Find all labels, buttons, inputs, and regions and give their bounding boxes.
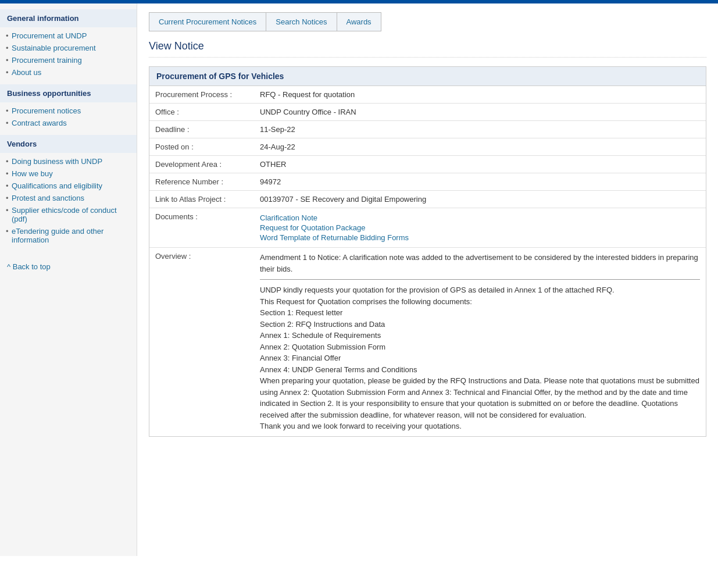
table-row-deadline: Deadline : 11-Sep-22 [149, 121, 706, 138]
divider [260, 279, 700, 280]
procurement-training-link[interactable]: Procurement training [12, 56, 82, 65]
sidebar-item-etendering[interactable]: eTendering guide and other information [0, 225, 137, 246]
field-label-overview: Overview : [149, 248, 254, 436]
field-label-reference-number: Reference Number : [149, 173, 254, 191]
protest-sanctions-link[interactable]: Protest and sanctions [12, 194, 84, 202]
procurement-notices-link[interactable]: Procurement notices [12, 106, 81, 115]
tab-search-notices[interactable]: Search Notices [266, 12, 337, 31]
field-value-deadline: 11-Sep-22 [254, 121, 706, 138]
field-label-deadline: Deadline : [149, 121, 254, 138]
table-row-documents: Documents : Clarification Note Request f… [149, 208, 706, 248]
body-text: UNDP kindly requests your quotation for … [260, 284, 700, 432]
business-links: Procurement notices Contract awards [0, 105, 137, 129]
field-value-overview: Amendment 1 to Notice: A clarification n… [254, 248, 706, 436]
word-template-link[interactable]: Word Template of Returnable Bidding Form… [260, 233, 700, 242]
table-row-office: Office : UNDP Country Office - IRAN [149, 104, 706, 121]
tab-current-procurement[interactable]: Current Procurement Notices [149, 12, 266, 31]
field-value-posted-on: 24-Aug-22 [254, 138, 706, 156]
back-to-top[interactable]: ^ Back to top [0, 258, 137, 276]
notice-title: Procurement of GPS for Vehicles [149, 67, 706, 86]
field-value-procurement-process: RFQ - Request for quotation [254, 86, 706, 104]
table-row-procurement-process: Procurement Process : RFQ - Request for … [149, 86, 706, 104]
table-row-overview: Overview : Amendment 1 to Notice: A clar… [149, 248, 706, 436]
sidebar-item-contract-awards[interactable]: Contract awards [0, 117, 137, 129]
table-row-development-area: Development Area : OTHER [149, 156, 706, 173]
field-label-office: Office : [149, 104, 254, 121]
field-label-posted-on: Posted on : [149, 138, 254, 156]
sidebar-item-procurement-at-undp[interactable]: Procurement at UNDP [0, 30, 137, 42]
field-value-office: UNDP Country Office - IRAN [254, 104, 706, 121]
field-value-reference-number: 94972 [254, 173, 706, 191]
field-value-development-area: OTHER [254, 156, 706, 173]
table-row-reference-number: Reference Number : 94972 [149, 173, 706, 191]
field-label-documents: Documents : [149, 208, 254, 248]
about-us-link[interactable]: About us [12, 68, 41, 77]
qualifications-link[interactable]: Qualifications and eligibility [12, 181, 102, 190]
sidebar-item-protest-sanctions[interactable]: Protest and sanctions [0, 192, 137, 204]
supplier-ethics-link[interactable]: Supplier ethics/code of conduct (pdf) [12, 206, 117, 223]
field-label-atlas-project: Link to Atlas Project : [149, 191, 254, 208]
main-content: Current Procurement Notices Search Notic… [137, 3, 718, 556]
documents-links: Clarification Note Request for Quotation… [260, 213, 700, 242]
sidebar-item-how-we-buy[interactable]: How we buy [0, 168, 137, 180]
field-value-documents: Clarification Note Request for Quotation… [254, 208, 706, 248]
how-we-buy-link[interactable]: How we buy [12, 169, 53, 178]
general-info-section-title: General information [0, 9, 137, 27]
sustainable-procurement-link[interactable]: Sustainable procurement [12, 44, 96, 52]
sidebar-item-doing-business[interactable]: Doing business with UNDP [0, 155, 137, 168]
sidebar: General information Procurement at UNDP … [0, 3, 137, 556]
table-row-posted-on: Posted on : 24-Aug-22 [149, 138, 706, 156]
sidebar-item-procurement-notices[interactable]: Procurement notices [0, 105, 137, 117]
table-row-atlas-project: Link to Atlas Project : 00139707 - SE Re… [149, 191, 706, 208]
tab-awards[interactable]: Awards [337, 12, 381, 31]
field-value-atlas-project: 00139707 - SE Recovery and Digital Empow… [254, 191, 706, 208]
sidebar-item-about-us[interactable]: About us [0, 66, 137, 79]
sidebar-item-procurement-training[interactable]: Procurement training [0, 54, 137, 66]
sidebar-item-qualifications[interactable]: Qualifications and eligibility [0, 180, 137, 192]
tabs: Current Procurement Notices Search Notic… [149, 12, 706, 31]
contract-awards-link[interactable]: Contract awards [12, 119, 67, 127]
overview-text: Amendment 1 to Notice: A clarification n… [260, 252, 700, 275]
clarification-note-link[interactable]: Clarification Note [260, 213, 700, 222]
procurement-at-undp-link[interactable]: Procurement at UNDP [12, 31, 87, 40]
vendors-section-title: Vendors [0, 135, 137, 153]
doing-business-link[interactable]: Doing business with UNDP [12, 157, 102, 166]
business-section-title: Business opportunities [0, 84, 137, 102]
sidebar-item-supplier-ethics[interactable]: Supplier ethics/code of conduct (pdf) [0, 204, 137, 225]
general-info-links: Procurement at UNDP Sustainable procurem… [0, 30, 137, 79]
page-title: View Notice [149, 40, 706, 58]
sidebar-item-sustainable-procurement[interactable]: Sustainable procurement [0, 42, 137, 54]
field-label-development-area: Development Area : [149, 156, 254, 173]
etendering-link[interactable]: eTendering guide and other information [12, 227, 103, 244]
field-label-procurement-process: Procurement Process : [149, 86, 254, 104]
rfq-package-link[interactable]: Request for Quotation Package [260, 223, 700, 232]
notice-container: Procurement of GPS for Vehicles Procurem… [149, 66, 706, 437]
notice-table: Procurement Process : RFQ - Request for … [149, 86, 706, 436]
vendor-links: Doing business with UNDP How we buy Qual… [0, 155, 137, 246]
